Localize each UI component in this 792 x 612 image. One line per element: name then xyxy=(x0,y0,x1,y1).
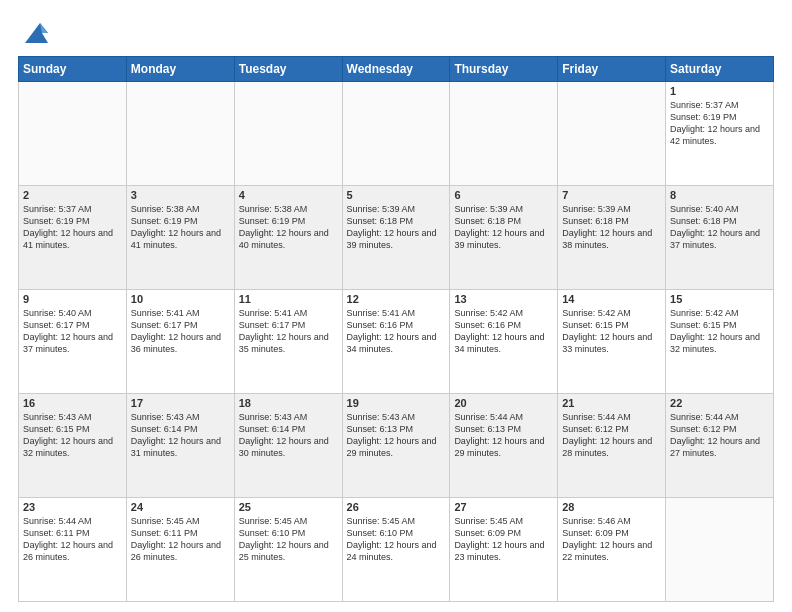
day-info: Sunrise: 5:42 AM Sunset: 6:15 PM Dayligh… xyxy=(670,307,769,356)
calendar-cell: 10Sunrise: 5:41 AM Sunset: 6:17 PM Dayli… xyxy=(126,290,234,394)
calendar-cell xyxy=(19,82,127,186)
day-info: Sunrise: 5:44 AM Sunset: 6:13 PM Dayligh… xyxy=(454,411,553,460)
calendar-cell: 28Sunrise: 5:46 AM Sunset: 6:09 PM Dayli… xyxy=(558,498,666,602)
day-info: Sunrise: 5:45 AM Sunset: 6:10 PM Dayligh… xyxy=(239,515,338,564)
day-number: 20 xyxy=(454,397,553,409)
day-info: Sunrise: 5:39 AM Sunset: 6:18 PM Dayligh… xyxy=(347,203,446,252)
calendar-cell: 5Sunrise: 5:39 AM Sunset: 6:18 PM Daylig… xyxy=(342,186,450,290)
calendar-table: SundayMondayTuesdayWednesdayThursdayFrid… xyxy=(18,56,774,602)
day-number: 21 xyxy=(562,397,661,409)
day-number: 6 xyxy=(454,189,553,201)
day-number: 3 xyxy=(131,189,230,201)
day-info: Sunrise: 5:45 AM Sunset: 6:10 PM Dayligh… xyxy=(347,515,446,564)
day-number: 17 xyxy=(131,397,230,409)
day-number: 22 xyxy=(670,397,769,409)
day-info: Sunrise: 5:39 AM Sunset: 6:18 PM Dayligh… xyxy=(562,203,661,252)
weekday-header-row: SundayMondayTuesdayWednesdayThursdayFrid… xyxy=(19,57,774,82)
day-number: 10 xyxy=(131,293,230,305)
day-number: 24 xyxy=(131,501,230,513)
day-number: 1 xyxy=(670,85,769,97)
weekday-header-tuesday: Tuesday xyxy=(234,57,342,82)
calendar-week-0: 1Sunrise: 5:37 AM Sunset: 6:19 PM Daylig… xyxy=(19,82,774,186)
calendar-cell: 14Sunrise: 5:42 AM Sunset: 6:15 PM Dayli… xyxy=(558,290,666,394)
calendar-cell: 26Sunrise: 5:45 AM Sunset: 6:10 PM Dayli… xyxy=(342,498,450,602)
day-number: 5 xyxy=(347,189,446,201)
day-number: 23 xyxy=(23,501,122,513)
weekday-header-thursday: Thursday xyxy=(450,57,558,82)
day-number: 11 xyxy=(239,293,338,305)
calendar-cell: 3Sunrise: 5:38 AM Sunset: 6:19 PM Daylig… xyxy=(126,186,234,290)
weekday-header-friday: Friday xyxy=(558,57,666,82)
calendar-cell: 2Sunrise: 5:37 AM Sunset: 6:19 PM Daylig… xyxy=(19,186,127,290)
day-info: Sunrise: 5:37 AM Sunset: 6:19 PM Dayligh… xyxy=(670,99,769,148)
header xyxy=(18,18,774,48)
day-number: 28 xyxy=(562,501,661,513)
calendar-cell: 9Sunrise: 5:40 AM Sunset: 6:17 PM Daylig… xyxy=(19,290,127,394)
day-number: 9 xyxy=(23,293,122,305)
calendar-cell: 22Sunrise: 5:44 AM Sunset: 6:12 PM Dayli… xyxy=(666,394,774,498)
calendar-cell: 1Sunrise: 5:37 AM Sunset: 6:19 PM Daylig… xyxy=(666,82,774,186)
day-number: 19 xyxy=(347,397,446,409)
page: SundayMondayTuesdayWednesdayThursdayFrid… xyxy=(0,0,792,612)
calendar-week-1: 2Sunrise: 5:37 AM Sunset: 6:19 PM Daylig… xyxy=(19,186,774,290)
calendar-cell: 27Sunrise: 5:45 AM Sunset: 6:09 PM Dayli… xyxy=(450,498,558,602)
day-number: 13 xyxy=(454,293,553,305)
day-info: Sunrise: 5:45 AM Sunset: 6:09 PM Dayligh… xyxy=(454,515,553,564)
day-number: 12 xyxy=(347,293,446,305)
calendar-cell: 15Sunrise: 5:42 AM Sunset: 6:15 PM Dayli… xyxy=(666,290,774,394)
calendar-cell: 23Sunrise: 5:44 AM Sunset: 6:11 PM Dayli… xyxy=(19,498,127,602)
weekday-header-saturday: Saturday xyxy=(666,57,774,82)
calendar-cell: 17Sunrise: 5:43 AM Sunset: 6:14 PM Dayli… xyxy=(126,394,234,498)
calendar-cell: 20Sunrise: 5:44 AM Sunset: 6:13 PM Dayli… xyxy=(450,394,558,498)
weekday-header-monday: Monday xyxy=(126,57,234,82)
day-info: Sunrise: 5:43 AM Sunset: 6:15 PM Dayligh… xyxy=(23,411,122,460)
day-info: Sunrise: 5:44 AM Sunset: 6:11 PM Dayligh… xyxy=(23,515,122,564)
day-number: 27 xyxy=(454,501,553,513)
day-info: Sunrise: 5:44 AM Sunset: 6:12 PM Dayligh… xyxy=(670,411,769,460)
day-info: Sunrise: 5:42 AM Sunset: 6:15 PM Dayligh… xyxy=(562,307,661,356)
day-info: Sunrise: 5:37 AM Sunset: 6:19 PM Dayligh… xyxy=(23,203,122,252)
weekday-header-wednesday: Wednesday xyxy=(342,57,450,82)
weekday-header-sunday: Sunday xyxy=(19,57,127,82)
day-number: 18 xyxy=(239,397,338,409)
calendar-cell xyxy=(666,498,774,602)
logo xyxy=(18,18,50,48)
day-info: Sunrise: 5:43 AM Sunset: 6:14 PM Dayligh… xyxy=(239,411,338,460)
calendar-cell: 6Sunrise: 5:39 AM Sunset: 6:18 PM Daylig… xyxy=(450,186,558,290)
day-info: Sunrise: 5:45 AM Sunset: 6:11 PM Dayligh… xyxy=(131,515,230,564)
day-info: Sunrise: 5:38 AM Sunset: 6:19 PM Dayligh… xyxy=(131,203,230,252)
calendar-cell xyxy=(234,82,342,186)
day-info: Sunrise: 5:44 AM Sunset: 6:12 PM Dayligh… xyxy=(562,411,661,460)
day-number: 14 xyxy=(562,293,661,305)
day-info: Sunrise: 5:40 AM Sunset: 6:17 PM Dayligh… xyxy=(23,307,122,356)
calendar-cell: 18Sunrise: 5:43 AM Sunset: 6:14 PM Dayli… xyxy=(234,394,342,498)
day-number: 4 xyxy=(239,189,338,201)
calendar-cell xyxy=(450,82,558,186)
day-info: Sunrise: 5:41 AM Sunset: 6:16 PM Dayligh… xyxy=(347,307,446,356)
logo-icon xyxy=(20,18,50,48)
day-number: 8 xyxy=(670,189,769,201)
calendar-cell: 8Sunrise: 5:40 AM Sunset: 6:18 PM Daylig… xyxy=(666,186,774,290)
calendar-week-2: 9Sunrise: 5:40 AM Sunset: 6:17 PM Daylig… xyxy=(19,290,774,394)
calendar-cell: 4Sunrise: 5:38 AM Sunset: 6:19 PM Daylig… xyxy=(234,186,342,290)
calendar-week-3: 16Sunrise: 5:43 AM Sunset: 6:15 PM Dayli… xyxy=(19,394,774,498)
calendar-cell: 16Sunrise: 5:43 AM Sunset: 6:15 PM Dayli… xyxy=(19,394,127,498)
day-number: 26 xyxy=(347,501,446,513)
day-number: 2 xyxy=(23,189,122,201)
calendar-cell: 21Sunrise: 5:44 AM Sunset: 6:12 PM Dayli… xyxy=(558,394,666,498)
day-info: Sunrise: 5:41 AM Sunset: 6:17 PM Dayligh… xyxy=(239,307,338,356)
calendar-cell xyxy=(126,82,234,186)
day-info: Sunrise: 5:43 AM Sunset: 6:13 PM Dayligh… xyxy=(347,411,446,460)
day-info: Sunrise: 5:42 AM Sunset: 6:16 PM Dayligh… xyxy=(454,307,553,356)
day-number: 25 xyxy=(239,501,338,513)
calendar-cell: 19Sunrise: 5:43 AM Sunset: 6:13 PM Dayli… xyxy=(342,394,450,498)
day-number: 7 xyxy=(562,189,661,201)
calendar-week-4: 23Sunrise: 5:44 AM Sunset: 6:11 PM Dayli… xyxy=(19,498,774,602)
day-number: 15 xyxy=(670,293,769,305)
calendar-cell: 25Sunrise: 5:45 AM Sunset: 6:10 PM Dayli… xyxy=(234,498,342,602)
calendar-cell xyxy=(558,82,666,186)
day-info: Sunrise: 5:41 AM Sunset: 6:17 PM Dayligh… xyxy=(131,307,230,356)
calendar-cell: 13Sunrise: 5:42 AM Sunset: 6:16 PM Dayli… xyxy=(450,290,558,394)
calendar-cell: 12Sunrise: 5:41 AM Sunset: 6:16 PM Dayli… xyxy=(342,290,450,394)
day-info: Sunrise: 5:43 AM Sunset: 6:14 PM Dayligh… xyxy=(131,411,230,460)
